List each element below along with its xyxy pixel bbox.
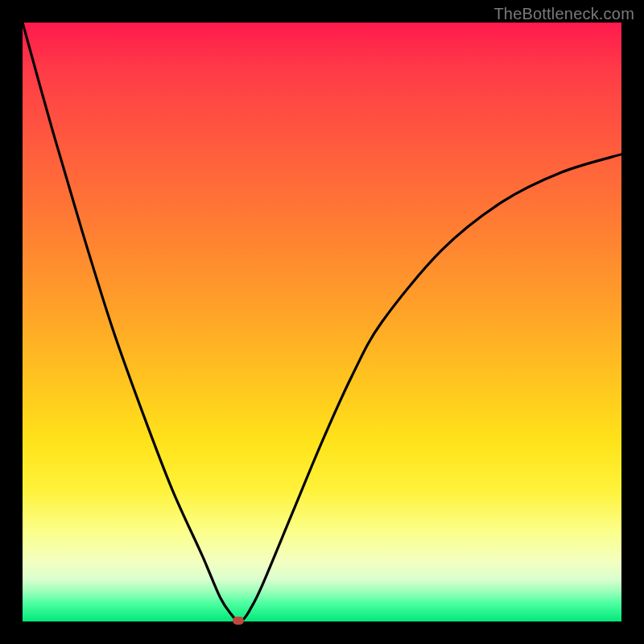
bottleneck-curve [23,23,621,621]
watermark-text: TheBottleneck.com [493,5,634,23]
minimum-marker-icon [233,617,244,625]
chart-frame: TheBottleneck.com [0,0,644,644]
chart-plot-area [23,23,621,621]
